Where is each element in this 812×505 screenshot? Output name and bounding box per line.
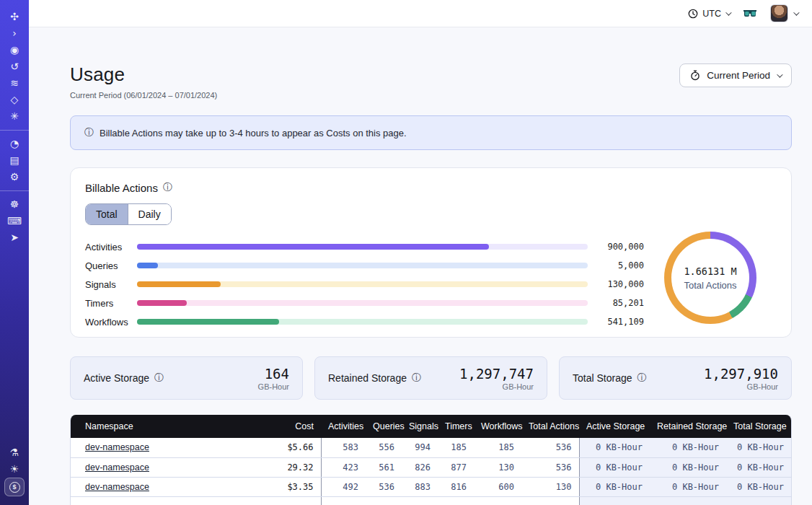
asterisk-icon: ✳ xyxy=(10,111,19,121)
col-total-actions: Total Actions xyxy=(521,415,579,438)
sidebar-item-support[interactable]: ☸ xyxy=(4,196,25,212)
sidebar-item-history[interactable]: ↺ xyxy=(4,58,25,74)
namespace-usage-table: Namespace Cost Activities Queries Signal… xyxy=(70,415,792,505)
sidebar-divider xyxy=(0,130,29,131)
bar-value: 130,000 xyxy=(588,279,644,289)
clock-icon xyxy=(688,9,698,19)
bar-track xyxy=(137,281,588,287)
total-actions-caption: Total Actions xyxy=(684,280,737,291)
stopwatch-icon xyxy=(690,70,700,81)
info-icon[interactable]: ⓘ xyxy=(412,372,421,385)
history-icon: ↺ xyxy=(10,61,19,71)
topbar: UTC xyxy=(29,0,812,27)
cell-total-storage: 0 KB-Hour xyxy=(726,457,791,477)
sidebar-item-settings[interactable]: ⚙ xyxy=(4,169,25,185)
col-active-storage: Active Storage xyxy=(579,415,650,438)
col-total-storage: Total Storage xyxy=(726,415,791,438)
sidebar-item-actions[interactable]: ✳ xyxy=(4,108,25,124)
storage-cards-row: Active Storageⓘ 164GB-Hour Retained Stor… xyxy=(70,356,792,400)
bar-value: 541,109 xyxy=(588,317,644,327)
timezone-selector[interactable]: UTC xyxy=(688,9,730,19)
cube-icon: ◇ xyxy=(11,95,19,105)
info-banner: ⓘ Billable Actions may take up to 3-4 ho… xyxy=(70,115,792,150)
col-workflows: Workflows xyxy=(474,415,521,438)
sidebar-item-theme[interactable]: ☀ xyxy=(4,461,25,477)
table-row: dev-namespace 29.32 423 561 826 877 130 … xyxy=(71,457,791,477)
cell-queries: 556 xyxy=(366,438,402,457)
cell-cost: $3.35 xyxy=(269,477,321,496)
page-header: Usage Current Period (06/01/2024 – 07/01… xyxy=(70,63,792,100)
cell-timers: 877 xyxy=(438,457,474,477)
sidebar-item-cli[interactable]: ⌨ xyxy=(4,213,25,229)
sidebar-item-getting-started[interactable]: ➤ xyxy=(4,229,25,245)
sidebar-item-usage[interactable]: ◔ xyxy=(4,136,25,152)
info-icon[interactable]: ⓘ xyxy=(154,372,164,385)
bar-value: 5,000 xyxy=(588,260,644,271)
cell-queries: 561 xyxy=(366,457,402,477)
flask-icon: ⚗ xyxy=(10,447,19,457)
page-subtitle: Current Period (06/01/2024 – 07/01/2024) xyxy=(70,91,217,100)
cell-total-actions: 130 xyxy=(521,477,579,496)
storage-card-unit: GB-Hour xyxy=(459,382,534,391)
period-dropdown-button[interactable]: Current Period xyxy=(679,63,792,87)
cell-cost: $5.66 xyxy=(269,438,321,457)
cell-total-storage: 0 KB-Hour xyxy=(726,477,791,496)
storage-card-value: 164 xyxy=(258,366,289,382)
card-icon: ▤ xyxy=(9,155,19,165)
billable-bar-chart: Activities 900,000 Queries 5,000 xyxy=(85,237,644,331)
bar-fill xyxy=(137,281,221,287)
account-menu[interactable] xyxy=(770,4,798,22)
cell-queries: 536 xyxy=(366,477,402,496)
col-activities: Activities xyxy=(321,415,366,438)
bar-label: Queries xyxy=(85,260,137,271)
lifebuoy-icon: ☸ xyxy=(10,199,19,209)
glasses-icon[interactable] xyxy=(743,9,757,18)
cell-total-actions: 536 xyxy=(521,438,579,457)
sidebar-item-namespaces[interactable]: ◇ xyxy=(4,92,25,107)
info-icon[interactable]: ⓘ xyxy=(637,372,647,385)
sidebar-item-overview[interactable]: ◉ xyxy=(4,42,25,58)
bar-label: Workflows xyxy=(85,317,137,328)
sidebar-item-labs[interactable]: ⚗ xyxy=(4,444,25,460)
sidebar-item-layers[interactable]: ≋ xyxy=(4,75,25,91)
tab-daily[interactable]: Daily xyxy=(128,204,171,224)
sidebar-item-usage-active[interactable]: $ xyxy=(4,478,25,496)
gauge-icon: ◔ xyxy=(10,139,19,149)
storage-card-unit: GB-Hour xyxy=(704,382,778,391)
eye-icon: ◉ xyxy=(10,45,19,55)
temporal-logo-icon: ✣ xyxy=(10,12,19,22)
storage-card-value: 1,297,747 xyxy=(459,366,534,382)
sidebar-item-home[interactable]: ✣ xyxy=(4,9,25,25)
donut-area: 1.66131 M Total Actions xyxy=(644,181,777,325)
rocket-icon: ➤ xyxy=(10,232,19,242)
info-banner-text: Billable Actions may take up to 3-4 hour… xyxy=(100,128,407,139)
terminal-icon: ⌨ xyxy=(7,216,22,226)
namespace-link[interactable]: dev-namespace xyxy=(85,462,149,473)
namespace-link[interactable]: dev-namespace xyxy=(85,482,149,492)
sidebar-collapse[interactable]: › xyxy=(4,25,25,41)
page-title: Usage xyxy=(70,63,217,86)
avatar xyxy=(770,4,788,22)
namespace-link[interactable]: dev-namespace xyxy=(85,442,149,452)
bar-row-timers: Timers 85,201 xyxy=(85,294,644,312)
info-icon: ⓘ xyxy=(84,126,94,139)
cell-signals: 883 xyxy=(402,477,438,496)
bar-value: 85,201 xyxy=(588,298,644,308)
dollar-coin-icon: $ xyxy=(9,482,20,493)
period-dropdown-label: Current Period xyxy=(707,70,770,81)
cell-active-storage: 0 KB-Hour xyxy=(579,438,650,457)
chevron-down-icon xyxy=(725,9,731,15)
chart-mode-tabs: Total Daily xyxy=(85,203,172,225)
col-timers: Timers xyxy=(438,415,474,438)
timezone-label: UTC xyxy=(702,9,721,19)
table-row: dev-namespace $5.66 583 556 994 185 185 … xyxy=(71,438,791,457)
tab-total[interactable]: Total xyxy=(86,204,128,224)
cell-retained-storage: 0 KB-Hour xyxy=(650,457,726,477)
info-icon[interactable]: ⓘ xyxy=(163,181,172,194)
cell-cost: 29.32 xyxy=(269,457,321,477)
bar-row-activities: Activities 900,000 xyxy=(85,237,644,256)
bar-fill xyxy=(137,319,279,325)
col-retained-storage: Retained Storage xyxy=(650,415,726,438)
cell-total-storage: 0 KB-Hour xyxy=(726,438,791,457)
sidebar-item-billing[interactable]: ▤ xyxy=(4,152,25,168)
